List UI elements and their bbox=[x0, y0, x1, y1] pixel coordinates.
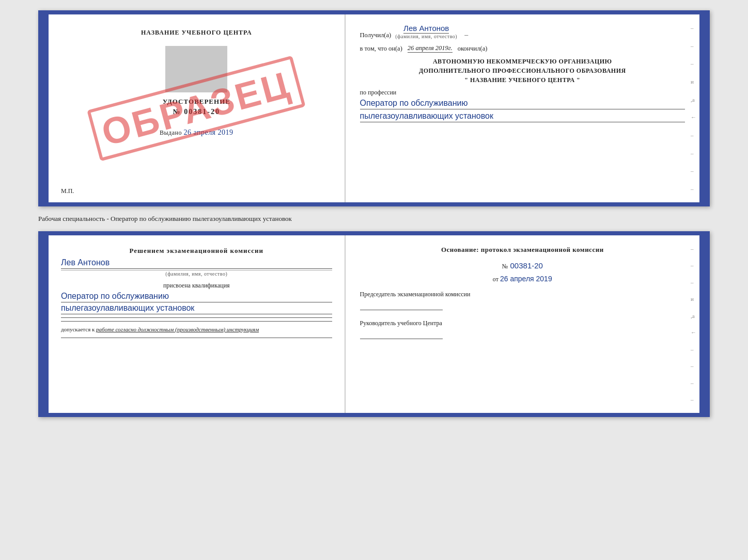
qual-number-block: № 00381-20 bbox=[360, 261, 685, 270]
dopuskaetsya-label: допускается к bbox=[61, 326, 95, 332]
org-block: АВТОНОМНУЮ НЕКОММЕРЧЕСКУЮ ОРГАНИЗАЦИЮ ДО… bbox=[360, 57, 685, 85]
profession-line2: пылегазоулавливающих установок bbox=[360, 111, 685, 122]
rukovoditel-label: Руководитель учебного Центра bbox=[360, 318, 685, 328]
qual-right-page: Основание: протокол экзаменационной коми… bbox=[346, 235, 699, 413]
dash-after-fio: – bbox=[464, 31, 468, 39]
qual-ot-line: от 26 апреля 2019 bbox=[360, 275, 685, 283]
org-line2: ДОПОЛНИТЕЛЬНОГО ПРОФЕССИОНАЛЬНОГО ОБРАЗО… bbox=[360, 66, 685, 75]
cert-mp: М.П. bbox=[61, 187, 74, 195]
predsedatel-label: Председатель экзаменационной комиссии bbox=[360, 290, 685, 299]
qual-left-page: Решением экзаменационной комиссии Лев Ан… bbox=[49, 235, 346, 413]
vtom-label: в том, что он(а) bbox=[360, 45, 402, 53]
qual-fio-sub: (фамилия, имя, отчество) bbox=[61, 270, 332, 277]
qual-number-value: 00381-20 bbox=[510, 261, 543, 270]
book-spine-right bbox=[699, 14, 706, 202]
po-professii-label: по профессии bbox=[360, 89, 685, 97]
cert-udostoverenie-label: УДОСТОВЕРЕНИЕ bbox=[163, 98, 230, 106]
qual-line1 bbox=[61, 317, 332, 318]
certificate-book: НАЗВАНИЕ УЧЕБНОГО ЦЕНТРА УДОСТОВЕРЕНИЕ №… bbox=[38, 10, 710, 206]
qual-right-heading: Основание: протокол экзаменационной коми… bbox=[360, 245, 685, 255]
qual-side-marks: – – – и ,а ← – – – – bbox=[691, 235, 696, 413]
qual-number-prefix: № bbox=[502, 263, 508, 270]
qual-dopuskaetsya: допускается к работе согласно должностны… bbox=[61, 326, 332, 333]
cert-number: № 00381-20 bbox=[173, 108, 220, 116]
cert-left-page: НАЗВАНИЕ УЧЕБНОГО ЦЕНТРА УДОСТОВЕРЕНИЕ №… bbox=[49, 14, 346, 202]
poluchil-label: Получил(а) bbox=[360, 31, 392, 39]
qual-line2 bbox=[61, 321, 332, 322]
vtom-date: 26 апреля 2019г. bbox=[408, 44, 453, 53]
qual-line3 bbox=[61, 338, 332, 338]
qual-spine-left bbox=[42, 235, 49, 413]
cert-right-page: Получил(а) Лев Антонов (фамилия, имя, от… bbox=[346, 14, 699, 202]
poluchil-line: Получил(а) Лев Антонов (фамилия, имя, от… bbox=[360, 24, 685, 39]
dopusk-text: работе согласно должностным (производств… bbox=[96, 326, 259, 332]
cert-side-marks: – – – и ,а ← – – – – bbox=[691, 14, 696, 202]
qual-heading: Решением экзаменационной комиссии bbox=[61, 246, 332, 256]
cert-photo-placeholder bbox=[165, 46, 227, 92]
profession-line1: Оператор по обслуживанию bbox=[360, 99, 685, 109]
cert-vydano-date: 26 апреля 2019 bbox=[183, 129, 233, 136]
cert-school-title: НАЗВАНИЕ УЧЕБНОГО ЦЕНТРА bbox=[141, 29, 252, 37]
rukovoditel-signature-line bbox=[360, 331, 443, 339]
okanchil-label: окончил(а) bbox=[458, 45, 488, 53]
qual-profession-line2: пылегазоулавливающих установок bbox=[61, 303, 332, 314]
qualification-book: Решением экзаменационной комиссии Лев Ан… bbox=[38, 231, 710, 417]
qual-spine-right bbox=[699, 235, 706, 413]
document-wrapper: НАЗВАНИЕ УЧЕБНОГО ЦЕНТРА УДОСТОВЕРЕНИЕ №… bbox=[38, 10, 710, 417]
bottom-specialty-label: Рабочая специальность - Оператор по обсл… bbox=[38, 213, 710, 225]
predsedatel-block: Председатель экзаменационной комиссии bbox=[360, 290, 685, 310]
rukovoditel-block: Руководитель учебного Центра bbox=[360, 318, 685, 339]
cert-vydano-label: Выдано bbox=[160, 129, 182, 136]
book-spine-left bbox=[42, 14, 49, 202]
vtom-line: в том, что он(а) 26 апреля 2019г. окончи… bbox=[360, 44, 685, 53]
qual-ot-date: 26 апреля 2019 bbox=[500, 275, 552, 283]
qual-ot-prefix: от bbox=[493, 276, 498, 283]
cert-vydano: Выдано 26 апреля 2019 bbox=[160, 129, 233, 137]
poluchil-fio: Лев Антонов bbox=[403, 24, 449, 34]
org-line3: " НАЗВАНИЕ УЧЕБНОГО ЦЕНТРА " bbox=[360, 75, 685, 85]
qual-prisvoena-label: присвоена квалификация bbox=[61, 282, 332, 290]
org-line1: АВТОНОМНУЮ НЕКОММЕРЧЕСКУЮ ОРГАНИЗАЦИЮ bbox=[360, 57, 685, 66]
qual-fio-value: Лев Антонов bbox=[61, 258, 332, 269]
fio-sub: (фамилия, имя, отчество) bbox=[395, 34, 457, 39]
predsedatel-signature-line bbox=[360, 302, 443, 310]
qual-profession-line1: Оператор по обслуживанию bbox=[61, 292, 332, 302]
